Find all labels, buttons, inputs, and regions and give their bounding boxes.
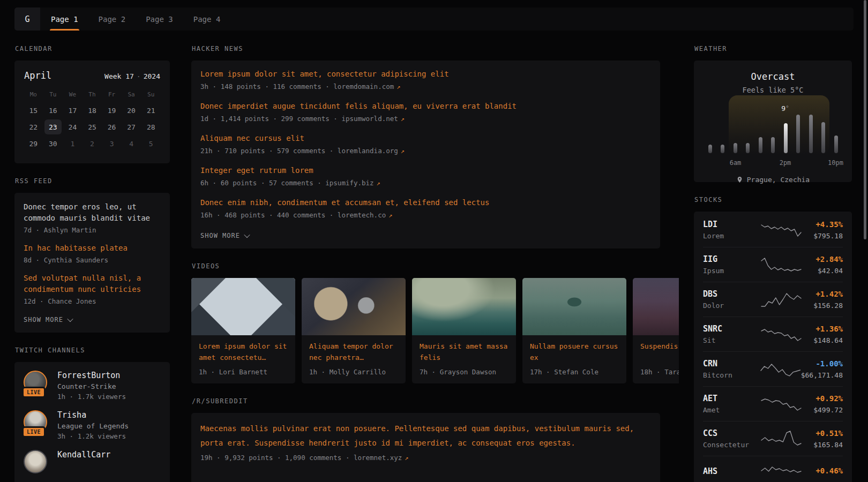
twitch-channel[interactable]: KendallCarr xyxy=(24,450,161,473)
right-column: WEATHER Overcast Feels like 5°C 9° 6am 2… xyxy=(694,38,852,482)
stock-row[interactable]: AHS +0.46% xyxy=(703,456,843,482)
video-card[interactable]: Lorem ipsum dolor sit amet consectetu… 1… xyxy=(191,278,295,383)
chevron-down-icon xyxy=(244,232,250,238)
stock-row[interactable]: LDI Lorem +4.35% $795.18 xyxy=(703,213,843,247)
rss-show-more-button[interactable]: SHOW MORE xyxy=(24,316,72,323)
video-thumbnail[interactable] xyxy=(633,278,679,335)
tab-page-4[interactable]: Page 4 xyxy=(192,7,222,31)
video-title[interactable]: Aliquam tempor dolor nec pharetra… xyxy=(302,335,406,363)
weather-bar xyxy=(734,143,737,153)
stock-change: +2.84% xyxy=(815,255,843,263)
video-thumbnail[interactable] xyxy=(191,278,295,335)
stock-change: +0.46% xyxy=(815,466,843,475)
hn-item: Integer eget rutrum lorem 6h · 60 points… xyxy=(200,165,651,187)
page-scrollbar[interactable] xyxy=(864,0,866,239)
calendar-day: 25 xyxy=(83,119,102,134)
hn-item-meta: 16h · 468 points · 440 comments · loremt… xyxy=(200,211,651,219)
stock-change: -1.00% xyxy=(801,359,843,368)
external-link-icon[interactable]: ↗ xyxy=(401,147,405,155)
channel-viewers: 1h · 1.7k viewers xyxy=(57,393,126,401)
tab-page-3[interactable]: Page 3 xyxy=(145,7,174,31)
weather-bar xyxy=(771,137,775,153)
weather-location: Prague, Czechia xyxy=(703,176,843,184)
calendar-widget: April Week 17·2024 Mo Tu We Th Fr Sa Su … xyxy=(14,61,170,163)
location-text: Prague, Czechia xyxy=(747,176,810,184)
stock-company: Bitcorn xyxy=(703,371,758,379)
stock-row[interactable]: DBS Dolor +1.42% $156.28 xyxy=(703,282,843,317)
stock-ticker: IIG xyxy=(703,254,759,264)
dow-label: Sa xyxy=(122,87,141,101)
live-badge: LIVE xyxy=(22,387,46,398)
hn-header: HACKER NEWS xyxy=(192,45,660,52)
weather-bar xyxy=(796,115,800,153)
twitch-channel[interactable]: LIVE ForrestBurton Counter-Strike 1h · 1… xyxy=(24,371,161,401)
stock-row[interactable]: AET Amet +0.92% $499.72 xyxy=(703,386,843,421)
stock-price: $66,171.48 xyxy=(801,371,843,379)
video-title[interactable]: Suspendisse diam xyxy=(633,335,679,363)
calendar-day: 24 xyxy=(63,119,83,134)
stock-row[interactable]: SNRC Sit +1.36% $148.64 xyxy=(703,317,843,351)
hn-item-meta: 3h · 148 points · 116 comments · loremdo… xyxy=(200,82,651,91)
channel-name[interactable]: ForrestBurton xyxy=(57,371,126,380)
channel-name[interactable]: Trisha xyxy=(57,410,129,420)
calendar-day-next-month: 2 xyxy=(83,136,102,151)
external-link-icon[interactable]: ↗ xyxy=(377,179,380,187)
video-thumbnail[interactable] xyxy=(412,278,516,335)
rss-item-title[interactable]: Sed volutpat nulla nisl, a condimentum n… xyxy=(24,273,161,295)
hn-item-title[interactable]: Donec imperdiet augue tincidunt felis al… xyxy=(200,101,651,111)
rss-item-meta: 7d · Ashlyn Martin xyxy=(24,226,161,234)
dow-label: Su xyxy=(141,87,161,101)
stock-price: $148.64 xyxy=(813,336,843,344)
video-title[interactable]: Nullam posuere cursus ex xyxy=(522,335,626,363)
external-link-icon[interactable]: ↗ xyxy=(388,212,392,219)
tab-page-2[interactable]: Page 2 xyxy=(98,7,127,31)
calendar-day: 15 xyxy=(24,103,43,118)
stock-company: Sit xyxy=(703,336,759,344)
stock-row[interactable]: IIG Ipsum +2.84% $42.04 xyxy=(703,247,843,282)
hn-item-title[interactable]: Integer eget rutrum lorem xyxy=(200,165,651,176)
channel-name[interactable]: KendallCarr xyxy=(57,450,110,460)
external-link-icon[interactable]: ↗ xyxy=(396,83,400,91)
rss-item-title[interactable]: In hac habitasse platea xyxy=(24,243,161,254)
calendar-day-next-month: 5 xyxy=(141,136,161,151)
stock-row[interactable]: CCS Consectetur +0.51% $165.84 xyxy=(703,421,843,456)
video-byline: 17h · Stefan Cole xyxy=(522,363,626,383)
video-title[interactable]: Lorem ipsum dolor sit amet consectetu… xyxy=(191,335,295,363)
daylight-highlight xyxy=(729,95,829,155)
tab-page-1[interactable]: Page 1 xyxy=(50,7,79,31)
video-byline: 7h · Grayson Dawson xyxy=(412,363,516,383)
stocks-widget: LDI Lorem +4.35% $795.18 IIG Ipsum +2.84… xyxy=(694,212,852,482)
stock-ticker: LDI xyxy=(703,220,759,229)
external-link-icon[interactable]: ↗ xyxy=(401,115,405,123)
main-nav: G Page 1 Page 2 Page 3 Page 4 xyxy=(14,7,854,31)
hn-item-title[interactable]: Aliquam nec cursus elit xyxy=(200,133,651,144)
rss-item-meta: 8d · Cynthia Saunders xyxy=(24,256,161,264)
hn-item: Aliquam nec cursus elit 21h · 710 points… xyxy=(200,133,651,155)
video-card[interactable]: Mauris sit amet massa felis 7h · Grayson… xyxy=(412,278,516,383)
calendar-week: Week 17 xyxy=(104,72,134,80)
external-link-icon[interactable]: ↗ xyxy=(405,454,408,462)
video-card[interactable]: Suspendisse diam 18h · Tara xyxy=(633,278,679,383)
app-logo: G xyxy=(14,7,40,31)
reddit-post-title[interactable]: Maecenas mollis pulvinar erat non posuer… xyxy=(200,421,634,450)
hn-show-more-button[interactable]: SHOW MORE xyxy=(200,232,249,239)
video-card[interactable]: Nullam posuere cursus ex 17h · Stefan Co… xyxy=(522,278,626,383)
calendar-week-year: Week 17·2024 xyxy=(104,72,160,80)
chevron-down-icon xyxy=(67,316,73,322)
weather-bar xyxy=(746,143,750,153)
videos-header: VIDEOS xyxy=(192,262,660,270)
video-thumbnail[interactable] xyxy=(302,278,406,335)
stock-price: $156.28 xyxy=(813,302,843,310)
stock-row[interactable]: CRN Bitcorn -1.00% $66,171.48 xyxy=(703,351,843,386)
video-byline: 18h · Tara xyxy=(633,363,679,383)
twitch-channel[interactable]: LIVE Trisha League of Legends 3h · 1.2k … xyxy=(24,410,161,440)
video-card[interactable]: Aliquam tempor dolor nec pharetra… 1h · … xyxy=(302,278,406,383)
hn-item-title[interactable]: Lorem ipsum dolor sit amet, consectetur … xyxy=(200,69,651,79)
show-more-label: SHOW MORE xyxy=(200,232,240,239)
hn-item-title[interactable]: Donec enim nibh, condimentum et accumsan… xyxy=(200,198,651,208)
video-title[interactable]: Mauris sit amet massa felis xyxy=(412,335,516,363)
rss-item-title[interactable]: Donec tempor eros leo, ut commodo mauris… xyxy=(24,201,161,224)
weather-feels-like: Feels like 5°C xyxy=(703,86,843,94)
video-thumbnail[interactable] xyxy=(522,278,626,335)
separator-dot: · xyxy=(137,72,141,80)
